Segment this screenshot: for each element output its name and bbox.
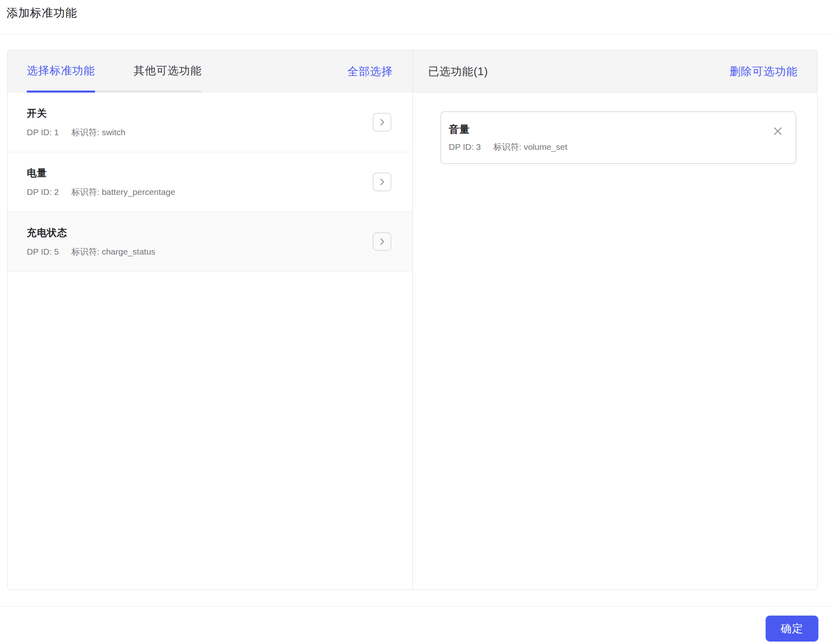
remove-selected-function-button[interactable] (771, 125, 784, 138)
function-meta: DP ID: 2标识符: battery_percentage (27, 186, 175, 198)
close-icon (773, 126, 783, 137)
dp-id-label: DP ID: 5 (27, 247, 59, 256)
add-function-button[interactable] (373, 232, 391, 251)
right-pane-header: 已选功能(1) 删除可选功能 (413, 50, 818, 93)
available-functions-pane: 选择标准功能 其他可选功能 全部选择 开关 DP ID: 1标识符: switc… (8, 50, 413, 590)
tab-bar: 选择标准功能 其他可选功能 (27, 50, 202, 93)
chevron-right-icon (378, 178, 386, 186)
function-name: 充电状态 (27, 226, 155, 239)
page-header: 添加标准功能 (0, 0, 833, 35)
dp-id-label: DP ID: 3 (449, 142, 481, 151)
identifier-label: 标识符: switch (71, 128, 125, 137)
dp-id-label: DP ID: 1 (27, 128, 59, 137)
dialog-footer: 确定 (0, 606, 833, 644)
function-info: 电量 DP ID: 2标识符: battery_percentage (27, 166, 175, 198)
selected-function-card-volume: 音量 DP ID: 3标识符: volume_set (440, 111, 797, 164)
identifier-label: 标识符: charge_status (71, 247, 155, 256)
left-pane-header: 选择标准功能 其他可选功能 全部选择 (8, 50, 412, 93)
selected-functions-pane: 已选功能(1) 删除可选功能 音量 DP ID: 3标识符: volume_se… (413, 50, 818, 590)
confirm-button[interactable]: 确定 (766, 616, 818, 642)
function-info: 开关 DP ID: 1标识符: switch (27, 107, 125, 138)
function-info: 充电状态 DP ID: 5标识符: charge_status (27, 226, 155, 257)
identifier-label: 标识符: volume_set (493, 142, 567, 151)
selected-functions-title: 已选功能(1) (428, 64, 488, 79)
selected-functions-list: 音量 DP ID: 3标识符: volume_set (413, 93, 818, 590)
function-list: 开关 DP ID: 1标识符: switch 电量 DP ID: 2标识符: b… (8, 93, 412, 590)
function-name: 音量 (449, 123, 568, 136)
function-row-battery[interactable]: 电量 DP ID: 2标识符: battery_percentage (8, 152, 412, 212)
select-all-link[interactable]: 全部选择 (347, 64, 393, 79)
function-meta: DP ID: 3标识符: volume_set (449, 141, 568, 153)
function-row-charge-status[interactable]: 充电状态 DP ID: 5标识符: charge_status (8, 212, 412, 272)
identifier-label: 标识符: battery_percentage (71, 187, 175, 197)
function-meta: DP ID: 1标识符: switch (27, 127, 125, 138)
dp-id-label: DP ID: 2 (27, 187, 59, 197)
delete-optional-functions-link[interactable]: 删除可选功能 (729, 64, 798, 79)
function-name: 电量 (27, 166, 175, 179)
chevron-right-icon (378, 118, 386, 126)
function-info: 音量 DP ID: 3标识符: volume_set (449, 123, 568, 153)
function-name: 开关 (27, 107, 125, 120)
tab-other-optional-functions[interactable]: 其他可选功能 (134, 50, 202, 93)
page-title: 添加标准功能 (6, 5, 833, 21)
add-function-button[interactable] (373, 173, 391, 191)
function-meta: DP ID: 5标识符: charge_status (27, 246, 155, 257)
add-function-button[interactable] (373, 113, 391, 132)
chevron-right-icon (378, 238, 386, 246)
add-standard-function-panel: 选择标准功能 其他可选功能 全部选择 开关 DP ID: 1标识符: switc… (7, 50, 818, 590)
tab-standard-functions[interactable]: 选择标准功能 (27, 50, 95, 93)
function-row-switch[interactable]: 开关 DP ID: 1标识符: switch (8, 93, 412, 152)
